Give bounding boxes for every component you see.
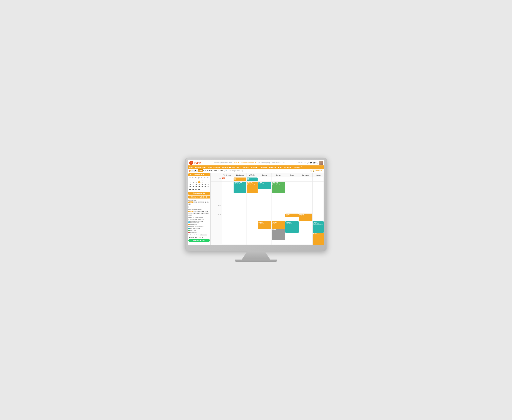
cell-bianca_monteiro-4[interactable] xyxy=(247,213,258,221)
cell-brenda-4[interactable] xyxy=(258,213,272,221)
appointment[interactable]: INGRID11:30 - 13:00Onglatura xyxy=(272,229,285,240)
appointment[interactable]: PATRICIA11:30 - 13:00 xyxy=(285,221,299,233)
cell-jacque-2[interactable] xyxy=(312,205,324,209)
prof-tag-m[interactable]: M xyxy=(188,203,191,205)
cell-jacque-5[interactable]: PAULA11:30 - 13:00Sobrancelhas e BrowJOA… xyxy=(312,221,324,246)
cell-juliana-4[interactable] xyxy=(324,213,324,221)
fila-cell-0[interactable]: BAD xyxy=(222,177,233,182)
nav-financeiro[interactable]: Financeiro e Relatórios xyxy=(259,165,277,169)
cell-diego-3[interactable] xyxy=(285,209,299,213)
prof-search-input[interactable] xyxy=(188,206,210,208)
cell-fernando-3[interactable] xyxy=(299,209,312,213)
cat-mao[interactable]: MAO xyxy=(196,213,201,214)
cell-jacque-1[interactable] xyxy=(312,182,324,205)
status-em-atendimento-checkbox[interactable]: ✓ xyxy=(188,228,190,229)
cell-fernando-5[interactable] xyxy=(299,221,312,246)
cell-brenda-3[interactable] xyxy=(258,209,272,213)
cell-1ju_seixas-2[interactable] xyxy=(233,205,247,209)
nav-pagamento[interactable]: Pagamento Profissional xyxy=(241,165,259,169)
cell-brenda-5[interactable]: MAYARA11:30 - 12:30 xyxy=(258,221,272,246)
status-nao-compareceu-checkbox[interactable]: ✓ xyxy=(188,226,190,227)
central-ajuda[interactable]: Central de Ajuda xyxy=(272,162,281,164)
areas-label[interactable]: Áreas ▼ xyxy=(234,162,239,164)
cell-1ju_seixas-3[interactable] xyxy=(233,209,247,213)
appointment[interactable]: PAMELA11:30 xyxy=(272,221,285,229)
nav-estoque[interactable]: Estoque xyxy=(214,165,221,169)
fila-cell-5[interactable] xyxy=(222,221,233,246)
appointment[interactable]: BRIONA11:00 xyxy=(285,214,299,217)
calendar-icon[interactable]: 📅 xyxy=(189,170,191,172)
cell-carina-0[interactable] xyxy=(272,177,285,182)
cell-bianca_monteiro-2[interactable] xyxy=(247,205,258,209)
prof-tag-b[interactable]: B xyxy=(195,202,197,203)
status-finalizado-checkbox[interactable]: ✓ xyxy=(188,230,190,231)
cell-1ju_seixas-0[interactable]: BAD?9:00 xyxy=(233,177,247,182)
today-btn[interactable]: Hoje xyxy=(198,169,203,172)
status-confirmado-checkbox[interactable]: ✓ xyxy=(188,224,190,225)
cell-diego-1[interactable] xyxy=(285,182,299,205)
appointment[interactable]: MAYARA09:30 - 11:00 xyxy=(324,182,324,193)
nav-marketing[interactable]: Marketing xyxy=(283,165,292,169)
cell-diego-4[interactable]: BRIONA11:00 xyxy=(285,213,299,221)
cell-brenda-2[interactable] xyxy=(258,205,272,209)
cell-jacque-0[interactable] xyxy=(312,177,324,182)
cell-fernando-2[interactable] xyxy=(299,205,312,209)
nav-visualizar[interactable]: Visualizar/Editar xyxy=(194,165,207,169)
fila-cell-4[interactable] xyxy=(222,213,233,221)
cell-juliana-5[interactable] xyxy=(324,221,324,246)
cell-juliana-0[interactable] xyxy=(324,177,324,182)
cat-cba[interactable]: CBA xyxy=(205,210,208,212)
fila-cell-1[interactable] xyxy=(222,182,233,205)
cat-cab[interactable]: CAB xyxy=(201,210,204,212)
cell-carina-2[interactable] xyxy=(272,205,285,209)
cell-diego-0[interactable] xyxy=(285,177,299,182)
cell-1ju_seixas-5[interactable] xyxy=(233,221,247,246)
prof-tag-c[interactable]: C xyxy=(198,202,200,203)
appointment[interactable]: MAYARA11:30 - 12:30 xyxy=(258,221,271,229)
appointment[interactable]: NARU...9:00 xyxy=(247,178,257,181)
prof-tag-j[interactable]: J xyxy=(205,202,206,203)
cat-est[interactable]: EST xyxy=(193,213,196,214)
cell-carina-1[interactable]: MARCELA09:30 - 11:00Corte e Hidratação xyxy=(272,182,285,205)
calendar-area[interactable]: Fila de espera 1.Ju Seixas BiancaMonteir… xyxy=(210,173,324,245)
cat-ca[interactable]: CA xyxy=(193,210,196,212)
cell-juliana-3[interactable] xyxy=(324,209,324,213)
status-ausencia-checkbox[interactable] xyxy=(188,219,190,220)
fechamento-select[interactable]: Todos xyxy=(200,234,207,236)
cell-bianca_monteiro-5[interactable] xyxy=(247,221,258,246)
prof-tag-todos[interactable]: Todos xyxy=(188,202,193,203)
cell-bianca_monteiro-0[interactable]: NARU...9:00 xyxy=(247,177,258,182)
appointment[interactable]: MARIA CLARA09:30 - 11:00 xyxy=(233,182,246,193)
prof-tag-1[interactable]: 1 xyxy=(193,202,195,203)
appointment[interactable]: MARCELA09:30 - 11:00Corte e Hidratação xyxy=(272,182,285,193)
prof-tag-d[interactable]: D xyxy=(200,202,202,203)
prev-btn[interactable]: ◀ xyxy=(191,170,194,172)
appointment[interactable]: BAD?9:00 xyxy=(233,178,246,181)
cell-fernando-0[interactable] xyxy=(299,177,312,182)
meus-estabelecimentos[interactable]: Meus Estabelecimentos ▼ xyxy=(241,162,256,164)
cell-juliana-1[interactable]: MAYARA09:30 - 11:00 xyxy=(324,182,324,205)
search-bar[interactable]: 🔍 Clientes agendados hoje xyxy=(224,170,310,172)
cat-todas[interactable]: Todas xyxy=(188,210,193,212)
buscar-btn[interactable]: Buscar e Agendar xyxy=(188,192,210,195)
cell-juliana-2[interactable] xyxy=(324,205,324,209)
appointment[interactable]: LINDA09:30 - 10:30 xyxy=(258,182,271,189)
status-aguardando-checkbox[interactable]: ✓ xyxy=(188,221,190,223)
cat-ban[interactable]: BAN xyxy=(196,210,200,212)
chat-btn[interactable]: 💬 Posso ajudar? xyxy=(188,239,210,242)
blog-link[interactable]: Blog xyxy=(267,162,270,164)
help-icon[interactable]: ? xyxy=(301,166,302,168)
cat-tra[interactable]: TRA xyxy=(188,215,192,216)
cell-fernando-1[interactable] xyxy=(299,182,312,205)
cell-diego-5[interactable]: PATRICIA11:30 - 13:00 xyxy=(285,221,299,246)
cell-jacque-3[interactable] xyxy=(312,209,324,213)
cell-bianca_monteiro-1[interactable]: CRISTINA09:30 - 11:00Depilação com Cera xyxy=(247,182,258,205)
cell-brenda-0[interactable] xyxy=(258,177,272,182)
cell-carina-5[interactable]: PAMELA11:30INGRID11:30 - 13:00Onglatura xyxy=(272,221,285,246)
nav-nfse[interactable]: NFS-e xyxy=(277,165,283,169)
nav-despesas[interactable]: Despesas/Contas a Pagar xyxy=(221,165,240,169)
cal-prev-btn[interactable]: ◀ xyxy=(189,174,191,176)
cat-maq[interactable]: MAQ xyxy=(201,213,205,214)
selecao-btn[interactable]: Seleção de Profissionais xyxy=(188,195,210,198)
sair-link[interactable]: Sair xyxy=(283,162,285,164)
